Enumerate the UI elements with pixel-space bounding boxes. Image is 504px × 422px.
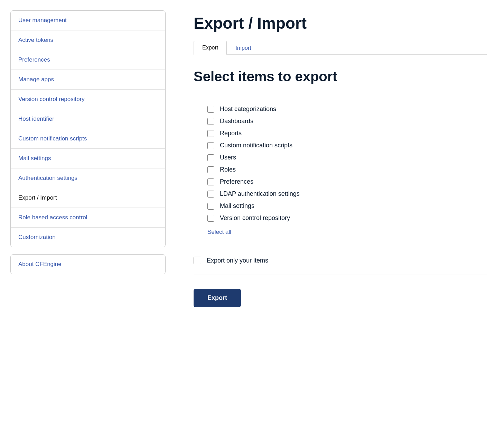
- checkbox-item-version-control-repository[interactable]: Version control repository: [207, 214, 487, 222]
- sidebar-item-role-based-access-control[interactable]: Role based access control: [11, 208, 165, 228]
- page-title: Export / Import: [194, 14, 487, 33]
- export-only-row: Export only your items: [194, 253, 487, 268]
- sidebar-item-mail-settings[interactable]: Mail settings: [11, 149, 165, 168]
- checkbox-preferences[interactable]: [207, 178, 214, 185]
- checkbox-item-custom-notification-scripts[interactable]: Custom notification scripts: [207, 142, 487, 149]
- tab-bar: ExportImport: [194, 41, 487, 55]
- section-divider-mid: [194, 246, 487, 246]
- checkbox-label-preferences: Preferences: [220, 178, 253, 185]
- section-divider-bottom: [194, 275, 487, 275]
- checkbox-item-dashboards[interactable]: Dashboards: [207, 118, 487, 125]
- checkbox-label-roles: Roles: [220, 166, 236, 173]
- sidebar-item-host-identifier[interactable]: Host identifier: [11, 109, 165, 129]
- checkbox-ldap-authentication-settings[interactable]: [207, 191, 214, 198]
- checkbox-label-custom-notification-scripts: Custom notification scripts: [220, 142, 292, 149]
- checkbox-label-users: Users: [220, 154, 236, 161]
- checkbox-item-users[interactable]: Users: [207, 154, 487, 161]
- tab-export-tab[interactable]: Export: [194, 41, 227, 55]
- export-only-checkbox[interactable]: [194, 257, 201, 264]
- export-checkbox-list: Host categorizationsDashboardsReportsCus…: [194, 105, 487, 222]
- sidebar-item-active-tokens[interactable]: Active tokens: [11, 30, 165, 50]
- select-all-link[interactable]: Select all: [194, 229, 231, 236]
- sidebar-item-authentication-settings[interactable]: Authentication settings: [11, 168, 165, 188]
- checkbox-label-host-categorizations: Host categorizations: [220, 105, 276, 113]
- export-button[interactable]: Export: [194, 289, 241, 307]
- sidebar-item-preferences[interactable]: Preferences: [11, 50, 165, 70]
- checkbox-item-mail-settings[interactable]: Mail settings: [207, 202, 487, 210]
- checkbox-label-reports: Reports: [220, 130, 242, 137]
- sidebar-item-manage-apps[interactable]: Manage apps: [11, 70, 165, 90]
- export-only-label[interactable]: Export only your items: [207, 257, 268, 264]
- sidebar-item-user-management[interactable]: User management: [11, 11, 165, 30]
- checkbox-label-mail-settings: Mail settings: [220, 202, 254, 210]
- section-divider-top: [194, 95, 487, 95]
- sidebar-group-1: About CFEngine: [10, 254, 166, 274]
- checkbox-item-host-categorizations[interactable]: Host categorizations: [207, 105, 487, 113]
- checkbox-users[interactable]: [207, 154, 214, 161]
- checkbox-label-ldap-authentication-settings: LDAP authentication settings: [220, 190, 300, 198]
- sidebar-item-version-control-repository[interactable]: Version control repository: [11, 90, 165, 109]
- checkbox-dashboards[interactable]: [207, 118, 214, 125]
- checkbox-roles[interactable]: [207, 166, 214, 173]
- checkbox-item-roles[interactable]: Roles: [207, 166, 487, 173]
- checkbox-label-dashboards: Dashboards: [220, 118, 253, 125]
- sidebar: User managementActive tokensPreferencesM…: [0, 0, 176, 422]
- checkbox-item-ldap-authentication-settings[interactable]: LDAP authentication settings: [207, 190, 487, 198]
- sidebar-item-customization[interactable]: Customization: [11, 228, 165, 247]
- checkbox-item-preferences[interactable]: Preferences: [207, 178, 487, 185]
- checkbox-item-reports[interactable]: Reports: [207, 130, 487, 137]
- checkbox-mail-settings[interactable]: [207, 203, 214, 210]
- checkbox-host-categorizations[interactable]: [207, 106, 214, 113]
- tab-import-tab[interactable]: Import: [227, 41, 260, 55]
- sidebar-item-custom-notification-scripts[interactable]: Custom notification scripts: [11, 129, 165, 149]
- sidebar-item-export-import[interactable]: Export / Import: [11, 188, 165, 208]
- sidebar-group-0: User managementActive tokensPreferencesM…: [10, 10, 166, 247]
- section-title: Select items to export: [194, 69, 487, 84]
- checkbox-reports[interactable]: [207, 130, 214, 137]
- sidebar-item-about-cfengine[interactable]: About CFEngine: [11, 255, 165, 274]
- checkbox-version-control-repository[interactable]: [207, 215, 214, 222]
- checkbox-custom-notification-scripts[interactable]: [207, 142, 214, 149]
- checkbox-label-version-control-repository: Version control repository: [220, 214, 290, 222]
- main-content: Export / Import ExportImport Select item…: [176, 0, 504, 422]
